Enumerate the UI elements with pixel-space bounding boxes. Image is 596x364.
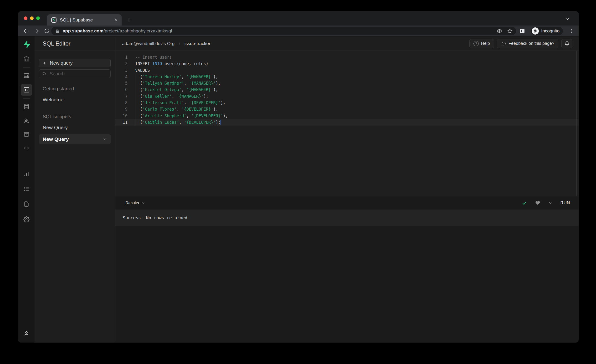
results-message-band: Success. No rows returned	[115, 209, 579, 226]
rail-divider	[23, 67, 30, 68]
line-number: 8	[115, 100, 135, 106]
tab-search-chevron-icon[interactable]	[565, 16, 570, 22]
help-icon: ?	[473, 41, 479, 46]
url-bar[interactable]: app.supabase.com/project/azahtnhqohyjerz…	[51, 27, 516, 35]
code-text: ('Jefferson Pratt', '{DEVELOPER}'),	[135, 100, 225, 106]
breadcrumb-org[interactable]: adam@windmill.dev's Org	[122, 41, 174, 46]
text-cursor	[221, 120, 221, 125]
storage-icon[interactable]	[22, 130, 31, 139]
chat-bubble-icon	[501, 41, 506, 46]
favorite-heart-icon[interactable]	[535, 201, 540, 206]
home-icon[interactable]	[22, 54, 31, 63]
code-line[interactable]: 7 ('Gia Keller', '{MANAGER}'),	[115, 93, 579, 100]
minimize-window-button[interactable]	[30, 16, 34, 20]
bookmark-star-icon[interactable]	[507, 28, 513, 34]
editor-scrollbar[interactable]	[576, 51, 577, 196]
table-editor-icon[interactable]	[22, 71, 31, 80]
incognito-label: Incognito	[541, 28, 559, 34]
close-tab-icon[interactable]	[114, 18, 118, 22]
url-domain: app.supabase.com	[63, 28, 104, 33]
sidebar-item-label: New Query	[43, 136, 69, 142]
new-tab-icon[interactable]	[126, 17, 132, 23]
incognito-badge: Incognito	[531, 27, 563, 35]
code-line[interactable]: 5 ('Taliyah Gardner', '{MANAGER}'),	[115, 80, 579, 87]
feedback-button-label: Feedback on this page?	[508, 41, 554, 46]
reports-icon[interactable]	[22, 169, 31, 179]
sidebar-header: SQL Editor	[35, 37, 115, 51]
api-docs-icon[interactable]	[22, 199, 31, 209]
section-label-sql-snippets: SQL snippets	[39, 114, 111, 119]
chevron-down-icon[interactable]	[103, 137, 107, 141]
supabase-logo-icon[interactable]	[22, 40, 31, 49]
edge-functions-icon[interactable]	[22, 143, 31, 153]
search-box[interactable]	[39, 69, 111, 78]
code-text: ('Taliyah Gardner', '{MANAGER}'),	[135, 80, 221, 87]
sidebar-item-new-query-active[interactable]: New Query	[39, 134, 111, 144]
code-line[interactable]: 6 ('Ezekiel Ortega', '{MANAGER}'),	[115, 87, 579, 93]
code-line[interactable]: 11 ('Caitlin Lucas', '{DEVELOPER}');	[115, 119, 579, 126]
breadcrumb-project[interactable]: issue-tracker	[185, 41, 210, 46]
help-button[interactable]: ? Help	[469, 39, 494, 48]
code-text: VALUES	[135, 67, 150, 74]
side-panel-icon[interactable]	[520, 28, 525, 34]
code-line[interactable]: 10 ('Arielle Shepherd', '{DEVELOPER}'),	[115, 113, 579, 119]
sidebar-item-new-query[interactable]: New Query	[39, 125, 111, 130]
line-number: 9	[115, 106, 135, 112]
results-dropdown[interactable]: Results	[125, 201, 145, 206]
bell-icon	[565, 41, 570, 46]
code-line[interactable]: 8 ('Jefferson Pratt', '{DEVELOPER}'),	[115, 100, 579, 106]
code-line[interactable]: 2INSERT INTO users(name, roles)	[115, 60, 579, 67]
editor-lines: 1-- Insert users2INSERT INTO users(name,…	[115, 54, 579, 126]
code-line[interactable]: 1-- Insert users	[115, 54, 579, 60]
back-icon[interactable]	[23, 28, 29, 34]
maximize-window-button[interactable]	[36, 16, 40, 20]
account-icon[interactable]	[22, 329, 31, 338]
success-message: Success. No rows returned	[123, 215, 187, 220]
results-label: Results	[125, 201, 139, 206]
refresh-icon[interactable]	[44, 28, 50, 34]
nav-rail	[18, 37, 35, 342]
forward-icon[interactable]	[33, 28, 40, 34]
chevron-down-icon	[142, 201, 145, 205]
browser-toolbar: app.supabase.com/project/azahtnhqohyjerz…	[18, 25, 579, 37]
url-path: /project/azahtnhqohyjerzaxtmk/sql	[104, 28, 172, 33]
authentication-icon[interactable]	[22, 116, 31, 125]
main-header: adam@windmill.dev's Org / issue-tracker …	[115, 37, 579, 51]
code-line[interactable]: 3VALUES	[115, 67, 579, 74]
browser-menu-icon[interactable]	[569, 28, 574, 34]
sql-editor-icon[interactable]	[21, 84, 32, 96]
code-text: ('Ezekiel Ortega', '{MANAGER}'),	[135, 87, 218, 93]
search-input[interactable]	[50, 71, 97, 76]
sql-editor-sidebar: SQL Editor New query Getting started Wel…	[35, 37, 115, 342]
code-line[interactable]: 9 ('Carlo Flores', '{DEVELOPER}'),	[115, 106, 579, 112]
section-label-getting-started: Getting started	[39, 86, 111, 91]
indent-guide	[135, 74, 135, 126]
run-button[interactable]: RUN	[560, 201, 570, 206]
code-line[interactable]: 4 ('Theresa Hurley', '{MANAGER}'),	[115, 74, 579, 80]
line-number: 6	[115, 87, 135, 93]
line-number: 11	[115, 119, 135, 126]
eye-off-icon[interactable]	[497, 28, 502, 34]
close-window-button[interactable]	[24, 16, 27, 20]
line-number: 3	[115, 67, 135, 74]
browser-tab[interactable]: SQL | Supabase	[47, 14, 122, 25]
page-title: SQL Editor	[43, 40, 71, 47]
run-options-chevron-icon[interactable]	[548, 201, 552, 205]
url-text: app.supabase.com/project/azahtnhqohyjerz…	[63, 28, 172, 34]
notifications-button[interactable]	[561, 39, 572, 48]
incognito-icon	[532, 27, 539, 35]
database-icon[interactable]	[22, 102, 31, 111]
lock-icon	[55, 29, 60, 33]
settings-icon[interactable]	[22, 215, 31, 224]
help-button-label: Help	[481, 41, 490, 46]
sql-code-editor[interactable]: 1-- Insert users2INSERT INTO users(name,…	[115, 51, 579, 196]
breadcrumb-separator: /	[179, 41, 180, 46]
new-query-button[interactable]: New query	[39, 59, 111, 67]
logs-icon[interactable]	[22, 184, 31, 193]
results-empty-area	[115, 226, 579, 342]
code-text: INSERT INTO users(name, roles)	[135, 60, 208, 67]
sidebar-item-welcome[interactable]: Welcome	[39, 97, 111, 103]
code-text: ('Theresa Hurley', '{MANAGER}'),	[135, 74, 218, 80]
feedback-button[interactable]: Feedback on this page?	[497, 39, 558, 48]
line-number: 4	[115, 74, 135, 80]
